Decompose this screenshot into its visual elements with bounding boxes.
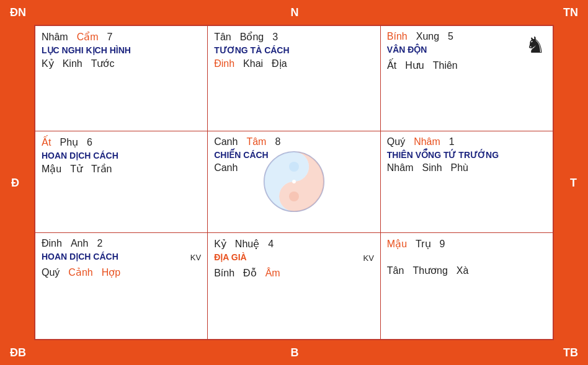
cell-text: Mậu <box>42 163 61 175</box>
cell-bot-right: Mậu Trụ 9 Tân Thương Xà <box>380 232 553 340</box>
cell-row3: Quý Cảnh Hợp <box>42 266 201 278</box>
cell-mid-center: Canh Tâm 8 CHIẾN CÁCH Canh <box>208 131 381 232</box>
cell-text: Đỗ <box>243 267 257 279</box>
cell-row3: Đinh Khai Địa <box>214 58 374 69</box>
cell-row3: Canh <box>214 162 374 174</box>
cell-row3: Bính Đỗ Âm <box>214 267 374 279</box>
cell-text: Canh <box>214 162 238 174</box>
cell-row3: Ất Hưu Thiên <box>387 59 546 71</box>
cell-text: Cẩm <box>77 31 99 43</box>
top-bar: ĐN N TN <box>0 0 588 25</box>
cell-text: Tước <box>91 58 115 69</box>
cell-text: Quý <box>387 136 405 147</box>
svg-point-3 <box>292 180 296 183</box>
cell-text: Phù <box>451 162 468 174</box>
cell-title: TƯƠNG TÀ CÁCH <box>214 45 374 55</box>
cell-top-left: Nhâm Cẩm 7 LỤC NGHI KỊCH HÌNH Kỷ Kinh Tư… <box>35 25 208 131</box>
cell-mid-left: Ất Phụ 6 HOAN DỊCH CÁCH Mậu Tử Trần <box>35 131 208 232</box>
cell-row3: Nhâm Sinh Phù <box>387 162 546 174</box>
cell-row3: Mậu Tử Trần <box>42 163 201 175</box>
svg-point-2 <box>289 191 299 201</box>
cell-row1: Quý Nhâm 1 <box>387 136 546 147</box>
direction-t: T <box>570 176 577 189</box>
cell-text: Cảnh <box>68 266 92 278</box>
cell-bot-center: Kỷ Nhuệ 4 ĐỊA GIÀ KV Bính Đỗ Âm <box>208 232 381 340</box>
cell-text: Nhâm <box>414 136 440 147</box>
cell-top-center: Tân Bổng 3 TƯƠNG TÀ CÁCH Đinh Khai Địa <box>208 25 381 131</box>
direction-n: N <box>291 6 299 19</box>
cell-title: VÂN ĐỘN <box>387 45 427 55</box>
cell-text: 2 <box>97 238 102 249</box>
cell-text: Bổng <box>240 31 264 43</box>
cell-text: Quý <box>42 267 60 278</box>
grid-table: Nhâm Cẩm 7 LỤC NGHI KỊCH HÌNH Kỷ Kinh Tư… <box>34 25 554 340</box>
cell-row1: Bính Xung 5 <box>387 31 546 42</box>
table-row: Nhâm Cẩm 7 LỤC NGHI KỊCH HÌNH Kỷ Kinh Tư… <box>35 25 553 131</box>
cell-text: Bính <box>387 31 408 42</box>
cell-text: Tâm <box>246 136 266 147</box>
cell-title: HOAN DỊCH CÁCH <box>42 252 118 262</box>
cell-text: 8 <box>275 136 280 147</box>
cell-row3: Kỷ Kinh Tước <box>42 58 201 69</box>
cell-title-row: HOAN DỊCH CÁCH KV <box>42 252 201 264</box>
main-container: ĐN N TN Đ T Nhâm Cẩm 7 LỤC NGHI KỊCH HÌN… <box>0 0 588 365</box>
cell-text: Nhuệ <box>235 238 259 250</box>
cell-text: Kinh <box>63 58 82 69</box>
cell-text: 7 <box>107 32 113 43</box>
cell-text: 9 <box>440 239 445 250</box>
cell-text: Phụ <box>60 136 78 148</box>
cell-text: Sinh <box>422 162 442 174</box>
cell-title: HOAN DỊCH CÁCH <box>42 151 201 161</box>
kv-label: KV <box>190 253 201 262</box>
bottom-bar: ĐB B TB <box>0 340 588 365</box>
cell-text: Đinh <box>214 58 234 69</box>
direction-db: ĐB <box>10 346 26 359</box>
cell-text: Anh <box>71 238 88 249</box>
cell-text: 3 <box>272 32 278 43</box>
kv-label: KV <box>363 253 373 263</box>
direction-d: Đ <box>11 176 19 189</box>
cell-text: Tân <box>214 32 231 43</box>
cell-text: 4 <box>268 239 274 250</box>
cell-content: Canh Tâm 8 CHIẾN CÁCH Canh <box>214 136 374 174</box>
cell-row1: Mậu Trụ 9 <box>387 238 546 250</box>
cell-text: 6 <box>87 137 92 148</box>
cell-text: Thương <box>412 265 447 276</box>
cell-text: Hợp <box>102 266 120 278</box>
cell-row3: Tân Thương Xà <box>387 265 546 276</box>
cell-title <box>387 252 546 262</box>
cell-row1: Kỷ Nhuệ 4 <box>214 238 374 250</box>
cell-row1: Nhâm Cẩm 7 <box>42 31 201 43</box>
cell-title: LỤC NGHI KỊCH HÌNH <box>42 45 201 55</box>
cell-text: 5 <box>448 31 453 42</box>
cell-text: Mậu <box>387 238 407 250</box>
cell-title-row: ĐỊA GIÀ KV <box>214 252 374 265</box>
cell-row1: Ất Phụ 6 <box>42 136 201 148</box>
cell-top-right: Bính Xung 5 VÂN ĐỘN ♞ Ất Hưu Thiên <box>380 25 553 131</box>
cell-title: CHIẾN CÁCH <box>214 150 374 160</box>
cell-text: Nhâm <box>387 162 414 174</box>
cell-row1: Canh Tâm 8 <box>214 136 374 147</box>
cell-text: Nhâm <box>42 32 68 43</box>
horse-icon: ♞ <box>525 32 545 58</box>
grid-area: Đ T Nhâm Cẩm 7 LỤC NGHI KỊCH HÌNH Kỷ <box>0 25 588 340</box>
cell-row1: Tân Bổng 3 <box>214 31 374 43</box>
cell-text: Bính <box>214 268 234 279</box>
table-row: Ất Phụ 6 HOAN DỊCH CÁCH Mậu Tử Trần <box>35 131 553 232</box>
cell-text: Đinh <box>42 238 62 249</box>
table-row: Đinh Anh 2 HOAN DỊCH CÁCH KV Quý Cảnh Hợ… <box>35 232 553 340</box>
cell-text: Kỷ <box>214 238 226 250</box>
cell-text: Hưu <box>405 59 424 71</box>
cell-title-row: VÂN ĐỘN ♞ <box>387 45 546 57</box>
cell-text: Xà <box>457 265 469 276</box>
cell-text: Âm <box>265 268 280 279</box>
direction-tb: TB <box>563 346 578 359</box>
cell-text: Thiên <box>433 60 458 71</box>
cell-text: Tân <box>387 265 404 276</box>
cell-text: Xung <box>416 31 439 42</box>
cell-text: Kỷ <box>42 58 54 69</box>
cell-text: Trần <box>91 163 112 175</box>
direction-tn: TN <box>563 6 578 19</box>
cell-row1: Đinh Anh 2 <box>42 238 201 249</box>
direction-b: B <box>291 346 299 359</box>
